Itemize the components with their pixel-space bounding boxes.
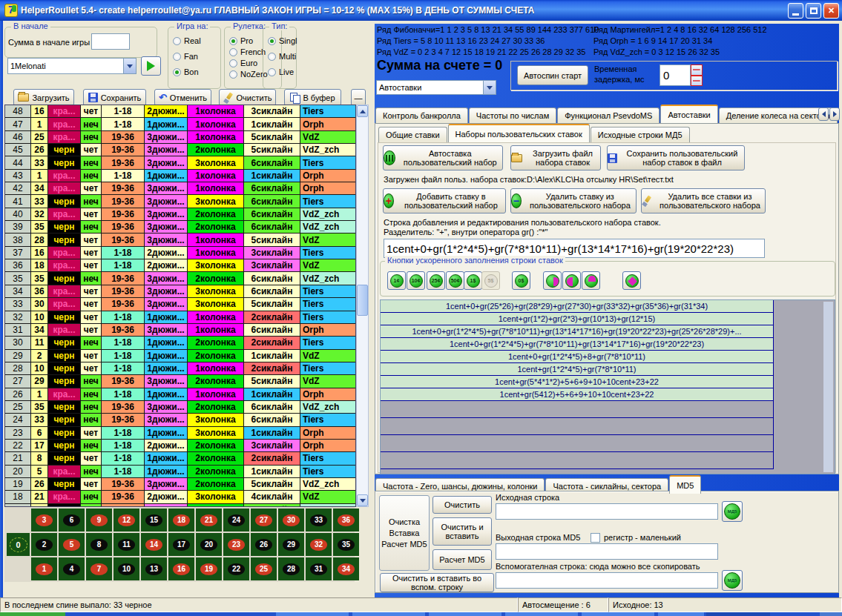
radio-option-real[interactable]: Real <box>173 36 201 45</box>
table-row[interactable]: 3535черннеч19-363дюжи...2колонка6сиклайн… <box>5 272 356 285</box>
board-cell-5[interactable]: 5 <box>59 533 85 556</box>
table-row[interactable]: 1821кра...неч19-362дюжи...3колонка4сикла… <box>5 491 356 503</box>
table-row[interactable]: 3330кра...чет19-363дюжи...3колонка5сикла… <box>5 298 356 311</box>
board-cell-33[interactable]: 33 <box>306 509 332 531</box>
taskbar-start-button[interactable] <box>0 612 65 616</box>
board-cell-3[interactable]: 3 <box>31 509 57 531</box>
bet-set-row[interactable]: 1cent+gr(5*4*1*2)+5+6+9+10+10cent+23+22 <box>381 376 774 388</box>
tab-main-0[interactable]: Контроль банкролла <box>375 107 468 123</box>
board-cell-13[interactable]: 13 <box>141 557 167 580</box>
spinner-up-icon[interactable] <box>691 64 703 76</box>
board-cell-30[interactable]: 30 <box>278 509 304 531</box>
tab-main-2[interactable]: Функционал PsevdoMS <box>557 107 660 123</box>
output-string-input[interactable] <box>496 543 718 560</box>
toolbar-button-undo-icon[interactable]: ↶Отменить <box>154 89 211 106</box>
table-row[interactable]: 4526чернчет19-363дюжи...2колонка5сиклайн… <box>5 144 356 156</box>
scroll-up-icon[interactable] <box>357 105 368 117</box>
scatter-icon[interactable] <box>622 271 641 290</box>
bet-set-row[interactable]: 1cent+0+gr(1*2*4*5)+gr(7*8*10*11)+gr(13*… <box>381 338 774 351</box>
minimize-button[interactable] <box>788 3 803 19</box>
taskbar-window-button[interactable] <box>352 612 425 616</box>
board-cell-9[interactable]: 9 <box>86 509 112 531</box>
bet-set-row-empty[interactable] <box>381 452 774 469</box>
board-cell-22[interactable]: 22 <box>223 557 249 580</box>
radio-option-singl[interactable]: Singl <box>268 36 297 45</box>
board-cell-21[interactable]: 21 <box>196 509 222 531</box>
bet-set-row[interactable]: 1cent+gr(1*2)+gr(2*3)+gr(10*13)+gr(12*15… <box>381 313 774 325</box>
autospin-start-button[interactable]: Автоспин старт <box>517 65 588 85</box>
tab-sub-0[interactable]: Общие ставки <box>378 127 447 142</box>
sector-right-icon[interactable] <box>543 271 562 290</box>
table-row[interactable]: 2810чернчет1-181дюжи...1колонка2сиклайнT… <box>5 362 356 375</box>
table-row[interactable]: 4433черннеч19-363дюжи...3колонка6сиклайн… <box>5 156 356 169</box>
source-string-input[interactable] <box>496 503 718 520</box>
table-row[interactable]: 431кра...неч1-181дюжи...1колонка1сиклайн… <box>5 170 356 182</box>
close-button[interactable]: ✕ <box>823 3 839 19</box>
table-row[interactable]: 2729черннеч19-363дюжи...2колонка5сиклайн… <box>5 375 356 388</box>
bet-set-row[interactable]: 1cent+0+gr(25*26)+gr(28*29)+gr(27*30)+gr… <box>381 300 774 313</box>
board-cell-18[interactable]: 18 <box>168 509 194 531</box>
maximize-button[interactable] <box>806 3 821 19</box>
radio-option-euro[interactable]: Euro <box>229 59 257 67</box>
board-cell-31[interactable]: 31 <box>306 557 332 580</box>
load-bet-file-button[interactable]: Загрузить файл набора ставок <box>510 145 601 170</box>
board-cell-4[interactable]: 4 <box>59 557 85 580</box>
taskbar-window-button[interactable] <box>429 612 501 616</box>
table-row[interactable]: 4133черннеч19-363дюжи...3колонка6сиклайн… <box>5 195 356 208</box>
board-cell-1[interactable]: 1 <box>31 557 57 580</box>
table-row[interactable]: 292чернчет1-181дюжи...2колонка1сиклайнVd… <box>5 350 356 362</box>
clear-paste-aux-button[interactable]: Очистить и вставить во вспом. строку <box>380 573 494 592</box>
sector-top-icon[interactable] <box>582 271 600 290</box>
chip-10¢[interactable]: 10¢ <box>407 271 425 290</box>
board-cell-27[interactable]: 27 <box>251 509 277 531</box>
tab-sub-2[interactable]: Исходные строки МД5 <box>591 127 690 142</box>
strategy-combo[interactable]: 1Melonati <box>7 58 137 74</box>
radio-icon[interactable] <box>229 70 237 79</box>
radio-icon[interactable] <box>173 37 181 45</box>
chevron-down-icon[interactable] <box>123 59 136 73</box>
board-cell-20[interactable]: 20 <box>196 533 222 556</box>
sector-left-icon[interactable] <box>562 271 581 290</box>
board-cell-25[interactable]: 25 <box>251 557 277 580</box>
chip-1$[interactable]: 1$ <box>464 271 482 290</box>
board-cell-35[interactable]: 35 <box>333 533 359 556</box>
scrollbar-thumb[interactable] <box>357 285 368 316</box>
board-cell-12[interactable]: 12 <box>114 509 139 531</box>
table-row[interactable]: 471кра...неч1-181дюжи...1колонка1сиклайн… <box>5 118 356 130</box>
board-cell-26[interactable]: 26 <box>251 533 277 556</box>
chevron-down-icon[interactable] <box>483 81 496 94</box>
md5-aux-icon-button[interactable]: МД5 <box>722 570 743 591</box>
radio-option-multi[interactable]: Multi <box>268 52 296 61</box>
add-bet-button[interactable]: + Добавить ставку в пользовательский наб… <box>383 188 506 213</box>
chip-0$[interactable]: 0$ <box>512 271 530 290</box>
table-row[interactable]: 2217черннеч1-182дюжи...2колонка3сиклайнO… <box>5 440 356 452</box>
scroll-down-icon[interactable] <box>357 494 368 506</box>
board-cell-17[interactable]: 17 <box>168 533 194 556</box>
bet-set-row[interactable]: 1cent+0+gr(1*2*4*5)+8+gr(7*8*10*11) <box>381 351 774 363</box>
table-row[interactable]: 3935черннеч19-363дюжи...2колонка6сиклайн… <box>5 221 356 234</box>
taskbar-window-button[interactable] <box>658 612 704 616</box>
radio-icon[interactable] <box>229 59 237 67</box>
table-row[interactable]: 2433черннеч19-363дюжи...3колонка6сиклайн… <box>5 414 356 426</box>
table-row[interactable]: 3011черннеч1-181дюжи...2колонка2сиклайнT… <box>5 337 356 349</box>
table-row[interactable]: 3436кра...чет19-363дюжи...3колонка6сикла… <box>5 285 356 298</box>
board-cell-8[interactable]: 8 <box>86 533 112 556</box>
board-cell-10[interactable]: 10 <box>114 557 139 580</box>
board-cell-2[interactable]: 2 <box>31 533 57 556</box>
chip-50¢[interactable]: 50¢ <box>446 271 464 290</box>
clear-and-paste-button[interactable]: Очистить и вставить <box>432 517 492 546</box>
save-bet-file-button[interactable]: Сохранить пользовательский набор ставок … <box>607 145 745 170</box>
lowercase-checkbox[interactable] <box>591 533 600 543</box>
table-row[interactable]: 4234кра...чет19-363дюжи...1колонка6сикла… <box>5 182 356 195</box>
taskbar-window-button[interactable] <box>582 612 654 616</box>
delete-all-bets-button[interactable]: Удалить все ставки из пользовательского … <box>641 188 766 213</box>
board-cell-15[interactable]: 15 <box>141 509 167 531</box>
spinner-down-icon[interactable] <box>691 76 703 87</box>
board-cell-34[interactable]: 34 <box>333 557 359 580</box>
radio-icon[interactable] <box>229 37 237 45</box>
delay-value[interactable]: 0 <box>660 64 691 86</box>
tab-sub-1[interactable]: Наборы пользовательских ставок <box>448 124 590 142</box>
clear-button[interactable]: Очистить <box>432 496 492 514</box>
radio-option-fan[interactable]: Fan <box>173 52 198 61</box>
table-row[interactable]: 218чернчет1-181дюжи...2колонка2сиклайнTi… <box>5 452 356 465</box>
